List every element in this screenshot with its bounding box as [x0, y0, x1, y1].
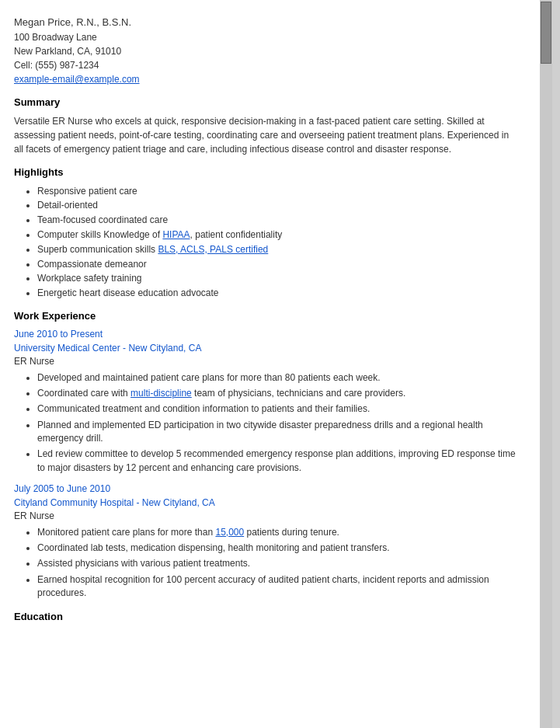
education-title: Education: [14, 610, 520, 624]
highlight-item: Responsive patient care: [37, 185, 520, 198]
work-company-1: University Medical Center - New Cityland…: [14, 342, 520, 355]
work-bullet: Developed and maintained patient care pl…: [37, 371, 520, 385]
email: example-email@example.com: [14, 72, 520, 86]
scrollbar-thumb[interactable]: [541, 2, 551, 64]
highlight-item: Computer skills Knowledge of HIPAA, pati…: [37, 228, 520, 242]
work-title-1: ER Nurse: [14, 355, 520, 368]
scrollbar[interactable]: [540, 0, 552, 728]
work-date-2: July 2005 to June 2010: [14, 482, 520, 496]
header-name: Megan Price, R.N., B.S.N.: [14, 16, 520, 30]
work-bullets-1: Developed and maintained patient care pl…: [14, 371, 520, 475]
page-container: Megan Price, R.N., B.S.N. 100 Broadway L…: [0, 0, 560, 728]
resume-page: Megan Price, R.N., B.S.N. 100 Broadway L…: [0, 0, 540, 728]
work-bullet: Monitored patient care plans for more th…: [37, 526, 520, 539]
highlight-item: Compassionate demeanor: [37, 258, 520, 271]
work-bullet: Coordinated lab tests, medication dispen…: [37, 542, 520, 555]
work-title-2: ER Nurse: [14, 510, 520, 523]
work-bullet: Earned hospital recognition for 100 perc…: [37, 573, 520, 601]
highlights-title: Highlights: [14, 165, 520, 179]
work-experience-title: Work Experience: [14, 309, 520, 323]
cell-number: Cell: (555) 987-1234: [14, 58, 520, 72]
highlight-item: Detail-oriented: [37, 199, 520, 212]
highlight-item-safety: Workplace safety training: [37, 272, 520, 285]
highlight-item: Superb communication skills BLS, ACLS, P…: [37, 243, 520, 256]
work-bullet: Assisted physicians with various patient…: [37, 557, 520, 570]
highlight-item-heart: Energetic heart disease education advoca…: [37, 287, 520, 300]
address-line1: 100 Broadway Lane: [14, 30, 520, 44]
work-entry-1: June 2010 to Present University Medical …: [14, 328, 520, 475]
work-bullet: Coordinated care with multi-discipline t…: [37, 387, 520, 400]
work-company-2: Cityland Community Hospital - New Cityla…: [14, 496, 520, 510]
work-entry-2: July 2005 to June 2010 Cityland Communit…: [14, 482, 520, 600]
email-link[interactable]: example-email@example.com: [14, 74, 140, 85]
work-bullet-communicated: Communicated treatment and condition inf…: [37, 402, 520, 416]
highlight-item: Team-focused coordinated care: [37, 214, 520, 227]
work-bullet: Led review committee to develop 5 recomm…: [37, 448, 520, 475]
work-bullet: Planned and implemented ED participation…: [37, 419, 520, 446]
summary-title: Summary: [14, 96, 520, 110]
work-date-1: June 2010 to Present: [14, 328, 520, 341]
work-bullets-2: Monitored patient care plans for more th…: [14, 526, 520, 601]
highlights-list: Responsive patient care Detail-oriented …: [14, 185, 520, 300]
contact-info: 100 Broadway Lane New Parkland, CA, 9101…: [14, 30, 520, 86]
summary-text: Versatile ER Nurse who excels at quick, …: [14, 114, 520, 156]
address-line2: New Parkland, CA, 91010: [14, 44, 520, 58]
